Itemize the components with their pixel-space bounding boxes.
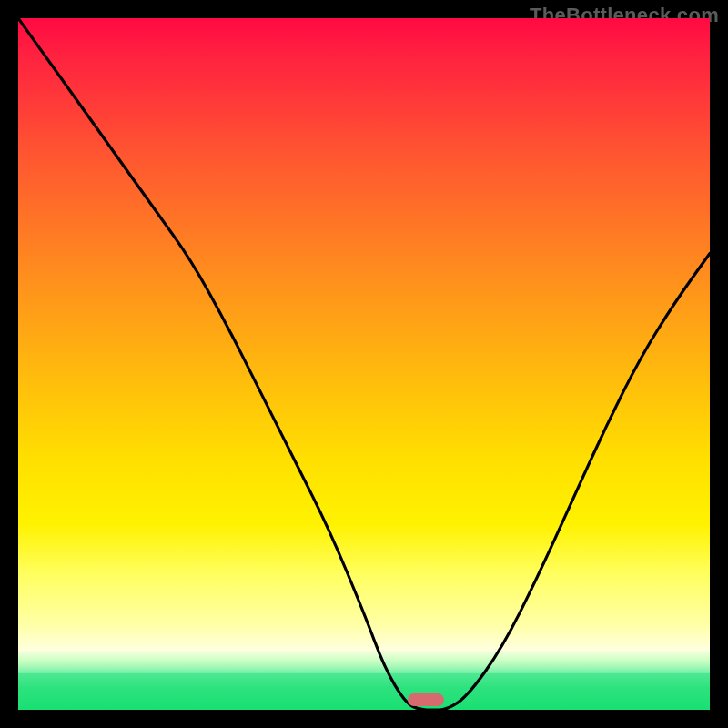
curve-path [18,18,710,710]
optimal-point-marker [408,693,444,706]
bottleneck-curve [18,18,710,710]
chart-frame: TheBottleneck.com [0,0,728,728]
plot-area [18,18,710,710]
